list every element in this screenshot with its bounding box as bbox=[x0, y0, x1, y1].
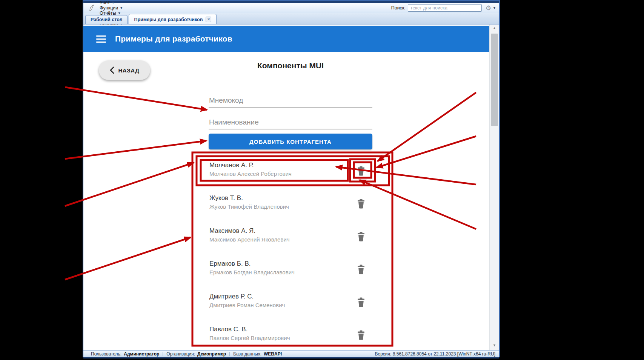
web-content-area: Примеры для разработчиков НАЗАД Компонен… bbox=[83, 25, 499, 350]
contact-primary-text: Ермаков Б. В. bbox=[209, 260, 251, 268]
status-organization-label: Организация: bbox=[166, 351, 195, 357]
version-text: Версия: 8.561.8726.8054 от 22.11.2023 [W… bbox=[375, 351, 495, 357]
menu-item-label: Учёт bbox=[100, 0, 110, 5]
status-database: База данных: WEBAPI bbox=[233, 351, 282, 357]
gear-icon[interactable]: ⚙ bbox=[486, 5, 491, 11]
back-button[interactable]: НАЗАД bbox=[99, 60, 150, 80]
add-contractor-button[interactable]: ДОБАВИТЬ КОНТРАГЕНТА bbox=[209, 134, 372, 149]
tab-desktop[interactable]: Рабочий стол bbox=[85, 15, 128, 24]
contact-row[interactable]: Молчанов А. Р. Молчанов Алексей Робертов… bbox=[209, 162, 373, 185]
scroll-down-icon[interactable]: ▼ bbox=[490, 342, 499, 349]
contact-row[interactable]: Жуков Т. В. Жуков Тимофей Владленович bbox=[209, 194, 373, 218]
status-user-value: Администратор bbox=[124, 351, 159, 357]
back-button-label: НАЗАД bbox=[118, 67, 139, 74]
tab-desktop-label: Рабочий стол bbox=[91, 17, 122, 22]
status-organization-value: Демопример bbox=[197, 351, 226, 357]
status-database-value: WEBAPI bbox=[264, 351, 282, 357]
search-input[interactable] bbox=[408, 4, 482, 12]
app-quill-icon bbox=[89, 5, 94, 11]
app-bar-title: Примеры для разработчиков bbox=[115, 34, 232, 43]
contact-secondary-text: Жуков Тимофей Владленович bbox=[209, 203, 289, 210]
chevron-down-icon: ▼ bbox=[118, 11, 121, 15]
toolbar-search: Поиск: ⚙ ▼ bbox=[391, 4, 496, 12]
scrollbar-thumb[interactable] bbox=[491, 34, 498, 126]
scroll-up-icon[interactable]: ▲ bbox=[490, 25, 499, 32]
delete-trash-icon[interactable] bbox=[357, 297, 366, 308]
application-window: Файл ▼ Документы ▼ Учёт ▼ Функции ▼ Отчё… bbox=[83, 0, 500, 357]
mui-app-bar: Примеры для разработчиков bbox=[83, 26, 490, 52]
chevron-down-icon: ▼ bbox=[120, 6, 123, 10]
delete-trash-icon[interactable] bbox=[357, 198, 366, 209]
status-user: Пользователь: Администратор bbox=[91, 351, 159, 357]
contact-primary-text: Павлов С. В. bbox=[209, 326, 247, 333]
tab-developer-examples[interactable]: Примеры для разработчиков ✕ bbox=[129, 14, 217, 24]
contact-row[interactable]: Павлов С. В. Павлов Сергей Владимирович bbox=[209, 326, 373, 349]
status-user-label: Пользователь: bbox=[91, 351, 121, 357]
menu-item[interactable]: Функции ▼ bbox=[100, 5, 129, 11]
delete-trash-icon[interactable] bbox=[357, 264, 366, 275]
contact-row[interactable]: Ермаков Б. В. Ермаков Богдан Владиславов… bbox=[209, 260, 373, 283]
chevron-left-icon bbox=[109, 66, 114, 74]
screenshot-stage: Файл ▼ Документы ▼ Учёт ▼ Функции ▼ Отчё… bbox=[0, 0, 644, 360]
status-organization: Организация: Демопример bbox=[166, 351, 226, 357]
delete-trash-icon[interactable] bbox=[357, 330, 366, 340]
gear-caret-icon[interactable]: ▼ bbox=[493, 6, 496, 10]
status-separator bbox=[163, 352, 163, 356]
contact-primary-text: Максимов А. Я. bbox=[209, 227, 255, 235]
status-separator bbox=[229, 352, 230, 356]
delete-trash-icon[interactable] bbox=[357, 166, 366, 176]
window-bottom-strip bbox=[83, 357, 499, 358]
menu-item[interactable]: Учёт ▼ bbox=[100, 0, 129, 5]
contact-primary-text: Жуков Т. В. bbox=[209, 194, 243, 202]
name-field[interactable] bbox=[209, 118, 372, 129]
search-label: Поиск: bbox=[391, 5, 406, 11]
hamburger-menu-icon[interactable] bbox=[96, 35, 106, 43]
chevron-down-icon: ▼ bbox=[111, 1, 115, 5]
delete-trash-icon[interactable] bbox=[357, 231, 366, 242]
contact-primary-text: Молчанов А. Р. bbox=[209, 162, 254, 169]
tab-bar: Рабочий стол Примеры для разработчиков ✕ bbox=[83, 13, 499, 25]
page-title: Компоненты MUI bbox=[209, 61, 372, 70]
contact-secondary-text: Павлов Сергей Владимирович bbox=[209, 335, 290, 341]
contact-row[interactable]: Максимов А. Я. Максимов Арсений Яковлеви… bbox=[209, 227, 373, 251]
contact-primary-text: Дмитриев Р. С. bbox=[209, 293, 254, 300]
status-bar: Пользователь: Администратор Организация:… bbox=[83, 350, 499, 357]
main-menubar: Файл ▼ Документы ▼ Учёт ▼ Функции ▼ Отчё… bbox=[83, 3, 499, 13]
menu-item-label: Функции bbox=[100, 5, 118, 11]
contact-row[interactable]: Дмитриев Р. С. Дмитриев Роман Семенович bbox=[209, 293, 373, 316]
contact-secondary-text: Максимов Арсений Яковлевич bbox=[209, 236, 290, 243]
contact-secondary-text: Дмитриев Роман Семенович bbox=[209, 302, 285, 308]
vertical-scrollbar[interactable]: ▲ ▼ bbox=[489, 25, 499, 350]
mnemocode-field[interactable] bbox=[209, 96, 372, 108]
tab-close-icon[interactable]: ✕ bbox=[206, 17, 211, 22]
tab-developer-examples-label: Примеры для разработчиков bbox=[134, 17, 203, 22]
contact-secondary-text: Ермаков Богдан Владиславович bbox=[209, 269, 295, 275]
contact-secondary-text: Молчанов Алексей Робертович bbox=[209, 171, 292, 177]
status-database-label: База данных: bbox=[233, 351, 261, 357]
